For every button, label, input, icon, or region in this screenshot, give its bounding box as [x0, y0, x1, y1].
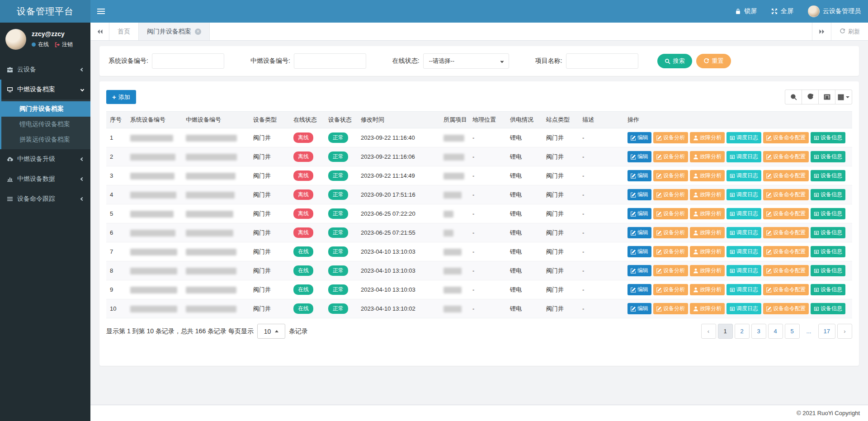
- device-info-button[interactable]: 设备信息: [811, 208, 845, 219]
- sidebar-item-valve-well-archive[interactable]: 阀门井设备档案: [1, 101, 90, 117]
- reset-button[interactable]: 重置: [696, 54, 731, 68]
- sidebar-item-assembled-remote-archive[interactable]: 拼装远传设备档案: [1, 132, 90, 147]
- device-info-button[interactable]: 设备信息: [811, 132, 845, 143]
- device-info-button[interactable]: 设备信息: [811, 151, 845, 162]
- fullscreen-button[interactable]: 全屏: [764, 0, 801, 23]
- device-analysis-button[interactable]: 设备分析: [653, 151, 688, 162]
- fault-analysis-button[interactable]: 故障分析: [690, 265, 725, 276]
- tab-close-icon[interactable]: ×: [195, 28, 201, 35]
- table-refresh-button[interactable]: [802, 90, 819, 104]
- edit-button[interactable]: 编辑: [627, 284, 651, 295]
- dispatch-log-button[interactable]: 调度日志: [726, 303, 761, 314]
- fault-analysis-button[interactable]: 故障分析: [690, 246, 725, 257]
- device-analysis-button[interactable]: 设备分析: [653, 227, 688, 238]
- device-command-config-button[interactable]: 设备命令配置: [763, 151, 809, 162]
- device-analysis-button[interactable]: 设备分析: [653, 303, 688, 314]
- device-analysis-button[interactable]: 设备分析: [653, 132, 688, 143]
- device-info-button[interactable]: 设备信息: [811, 189, 845, 200]
- edit-button[interactable]: 编辑: [627, 189, 651, 200]
- device-info-button[interactable]: 设备信息: [811, 284, 845, 295]
- device-command-config-button[interactable]: 设备命令配置: [763, 132, 809, 143]
- logout-link[interactable]: 注销: [55, 41, 73, 48]
- edit-button[interactable]: 编辑: [627, 132, 651, 143]
- device-analysis-button[interactable]: 设备分析: [653, 246, 688, 257]
- edit-button[interactable]: 编辑: [627, 265, 651, 276]
- sidebar-item-zr-device-upgrade[interactable]: 中燃设备升级: [0, 149, 90, 169]
- device-analysis-button[interactable]: 设备分析: [653, 170, 688, 181]
- pagination-page-button[interactable]: 5: [785, 324, 800, 339]
- dispatch-log-button[interactable]: 调度日志: [726, 246, 761, 257]
- system-device-id-input[interactable]: [152, 53, 224, 69]
- pagination-page-button[interactable]: 4: [768, 324, 783, 339]
- pagination-page-button[interactable]: 1: [718, 324, 733, 339]
- dispatch-log-button[interactable]: 调度日志: [726, 265, 761, 276]
- tab-valve-well-archive[interactable]: 阀门井设备档案 ×: [139, 23, 210, 40]
- device-info-button[interactable]: 设备信息: [811, 265, 845, 276]
- pagination-prev-button[interactable]: ‹: [701, 324, 716, 339]
- device-command-config-button[interactable]: 设备命令配置: [763, 189, 809, 200]
- device-command-config-button[interactable]: 设备命令配置: [763, 265, 809, 276]
- device-analysis-button[interactable]: 设备分析: [653, 208, 688, 219]
- sidebar-item-cloud-devices[interactable]: 云设备: [0, 60, 90, 80]
- sidebar-item-lithium-remote-archive[interactable]: 锂电远传设备档案: [1, 117, 90, 132]
- pagination-page-button[interactable]: 2: [735, 324, 750, 339]
- add-button[interactable]: + 添加: [106, 90, 136, 104]
- pagination-page-button[interactable]: 3: [751, 324, 766, 339]
- edit-button[interactable]: 编辑: [627, 170, 651, 181]
- project-name-input[interactable]: [566, 53, 638, 69]
- pagination-page-button[interactable]: 17: [818, 324, 835, 339]
- page-size-select[interactable]: 10: [257, 324, 285, 339]
- dispatch-log-button[interactable]: 调度日志: [726, 284, 761, 295]
- zr-device-id-input[interactable]: [294, 53, 366, 69]
- tabs-scroll-right-button[interactable]: [812, 23, 831, 40]
- sidebar-item-zr-device-data[interactable]: 中燃设备数据: [0, 169, 90, 189]
- device-command-config-button[interactable]: 设备命令配置: [763, 208, 809, 219]
- device-command-config-button[interactable]: 设备命令配置: [763, 227, 809, 238]
- sidebar-item-zr-device-archive[interactable]: 中燃设备档案: [1, 80, 90, 99]
- dispatch-log-button[interactable]: 调度日志: [726, 189, 761, 200]
- device-info-button[interactable]: 设备信息: [811, 227, 845, 238]
- search-button[interactable]: 搜索: [657, 54, 692, 68]
- online-state-select[interactable]: --请选择--: [423, 53, 509, 69]
- dispatch-log-button[interactable]: 调度日志: [726, 132, 761, 143]
- table-view-toggle-button[interactable]: [818, 90, 835, 104]
- tab-refresh-button[interactable]: 刷新: [831, 23, 868, 40]
- table-search-toggle-button[interactable]: [785, 90, 802, 104]
- lock-screen-button[interactable]: 锁屏: [728, 0, 764, 23]
- device-info-button[interactable]: 设备信息: [811, 246, 845, 257]
- fault-analysis-button[interactable]: 故障分析: [690, 170, 725, 181]
- device-info-button[interactable]: 设备信息: [811, 170, 845, 181]
- dispatch-log-button[interactable]: 调度日志: [726, 151, 761, 162]
- fault-analysis-button[interactable]: 故障分析: [690, 284, 725, 295]
- fault-analysis-button[interactable]: 故障分析: [690, 132, 725, 143]
- dispatch-log-button[interactable]: 调度日志: [726, 170, 761, 181]
- device-command-config-button[interactable]: 设备命令配置: [763, 246, 809, 257]
- device-command-config-button[interactable]: 设备命令配置: [763, 170, 809, 181]
- dispatch-log-button[interactable]: 调度日志: [726, 227, 761, 238]
- device-analysis-button[interactable]: 设备分析: [653, 284, 688, 295]
- device-command-config-button[interactable]: 设备命令配置: [763, 303, 809, 314]
- user-menu[interactable]: 云设备管理员: [801, 0, 868, 23]
- sidebar-item-device-command-trace[interactable]: 设备命令跟踪: [0, 189, 90, 209]
- fault-analysis-button[interactable]: 故障分析: [690, 151, 725, 162]
- device-info-button[interactable]: 设备信息: [811, 303, 845, 314]
- tab-home[interactable]: 首页: [109, 23, 139, 40]
- edit-button[interactable]: 编辑: [627, 151, 651, 162]
- fault-analysis-button[interactable]: 故障分析: [690, 208, 725, 219]
- pagination-next-button[interactable]: ›: [837, 324, 852, 339]
- fault-analysis-button[interactable]: 故障分析: [690, 189, 725, 200]
- edit-button[interactable]: 编辑: [627, 208, 651, 219]
- device-analysis-button[interactable]: 设备分析: [653, 265, 688, 276]
- fault-analysis-button[interactable]: 故障分析: [690, 303, 725, 314]
- edit-button[interactable]: 编辑: [627, 246, 651, 257]
- device-command-config-button[interactable]: 设备命令配置: [763, 284, 809, 295]
- tabs-scroll-left-button[interactable]: [90, 23, 109, 40]
- sidebar-toggle-button[interactable]: [90, 0, 111, 23]
- edit-button[interactable]: 编辑: [627, 303, 651, 314]
- user-avatar[interactable]: [5, 29, 26, 50]
- fault-analysis-button[interactable]: 故障分析: [690, 227, 725, 238]
- table-columns-button[interactable]: [835, 90, 852, 104]
- edit-button[interactable]: 编辑: [627, 227, 651, 238]
- device-analysis-button[interactable]: 设备分析: [653, 189, 688, 200]
- dispatch-log-button[interactable]: 调度日志: [726, 208, 761, 219]
